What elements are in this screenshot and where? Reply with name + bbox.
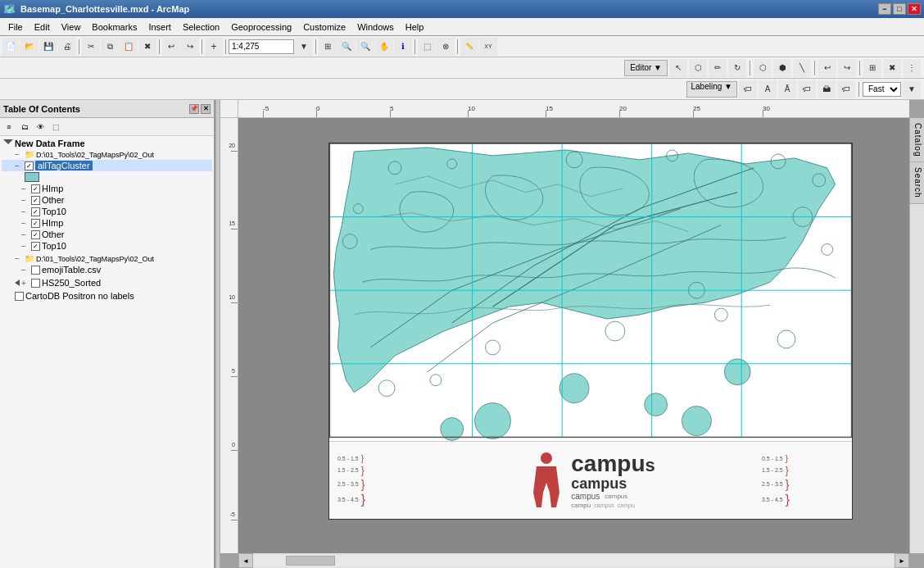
edit-vertices-btn[interactable]: ⬡ xyxy=(689,59,707,77)
paste-btn[interactable]: 📋 xyxy=(120,38,138,56)
scroll-right-btn[interactable]: ► xyxy=(895,553,909,568)
toc-path-layer[interactable]: − 📁 D:\01_Tools\02_TagMapsPy\02_Out xyxy=(2,149,212,160)
scroll-horizontal[interactable]: ◄ ► xyxy=(238,553,909,568)
new-btn[interactable]: 📄 xyxy=(2,38,20,56)
pan-btn[interactable]: ✋ xyxy=(375,38,393,56)
label-icon3[interactable]: Ā xyxy=(778,80,796,98)
toc-close-btn[interactable]: ✕ xyxy=(201,104,211,114)
toc-pin-btn[interactable]: 📌 xyxy=(189,104,199,114)
search-tab[interactable]: Search xyxy=(910,162,924,204)
editor-dropdown-btn[interactable]: Editor ▼ xyxy=(624,60,668,76)
measure-btn[interactable]: 📏 xyxy=(460,38,478,56)
label-icon6[interactable]: 🏷 xyxy=(837,80,855,98)
save-btn[interactable]: 💾 xyxy=(39,38,57,56)
labeling-more-btn[interactable]: ▼ xyxy=(903,80,921,98)
layer-checkbox-top10-2[interactable] xyxy=(31,242,40,251)
minus-icon10[interactable]: − xyxy=(21,266,29,275)
map-area[interactable]: -5 0 5 10 15 20 25 30 20 15 10 5 xyxy=(220,100,924,568)
menu-customize[interactable]: Customize xyxy=(298,20,351,34)
copy-btn[interactable]: ⧉ xyxy=(101,38,119,56)
layer-checkbox-other2[interactable] xyxy=(31,230,40,239)
toc-layer-himp1[interactable]: − HImp xyxy=(2,183,212,194)
select-btn[interactable]: ⬚ xyxy=(418,38,436,56)
maximize-button[interactable]: □ xyxy=(893,3,906,15)
toc-layer-himp2[interactable]: − HImp xyxy=(2,217,212,229)
layer-checkbox-himp2[interactable] xyxy=(31,219,40,228)
label-icon1[interactable]: 🏷 xyxy=(739,80,757,98)
label-icon5[interactable]: 🏔 xyxy=(818,80,836,98)
cut-btn[interactable]: ✂ xyxy=(82,38,100,56)
close-button[interactable]: ✕ xyxy=(908,3,921,15)
identify-btn[interactable]: ℹ xyxy=(394,38,412,56)
scale-dropdown-btn[interactable]: ▼ xyxy=(295,38,313,56)
print-btn[interactable]: 🖨 xyxy=(58,38,76,56)
fix-topology-btn[interactable]: ⬢ xyxy=(773,59,791,77)
map-canvas[interactable]: 0.5 - 1.5 } 1.5 - 2.5 } 2.5 - 3.5 } xyxy=(238,118,909,553)
clear-select-btn[interactable]: ⊗ xyxy=(437,38,455,56)
edit-tool-btn[interactable]: ↖ xyxy=(669,59,687,77)
toc-list-by-drawing-btn[interactable]: ≡ xyxy=(2,120,16,134)
menu-edit[interactable]: Edit xyxy=(29,20,55,34)
delete-btn[interactable]: ✖ xyxy=(138,38,156,56)
catalog-tab[interactable]: Catalog xyxy=(910,118,924,162)
menu-view[interactable]: View xyxy=(57,20,86,34)
label-icon2[interactable]: A xyxy=(759,80,777,98)
layer-checkbox-himp1[interactable] xyxy=(31,184,40,193)
minus-icon7[interactable]: − xyxy=(21,230,29,239)
toc-frame-header[interactable]: New Data Frame xyxy=(2,138,212,149)
minimize-button[interactable]: − xyxy=(878,3,891,15)
layer-checkbox-top10-1[interactable] xyxy=(31,207,40,216)
redo-edit-btn[interactable]: ↪ xyxy=(838,59,856,77)
expand-icon-hs250[interactable] xyxy=(15,279,20,286)
zoom-out-btn[interactable]: 🔍 xyxy=(356,38,374,56)
zoom-full-btn[interactable]: ⊞ xyxy=(319,38,337,56)
sketch-tool-btn[interactable]: ⬡ xyxy=(754,59,772,77)
menu-bookmarks[interactable]: Bookmarks xyxy=(87,20,142,34)
scroll-h-thumb[interactable] xyxy=(286,556,335,566)
scroll-left-btn[interactable]: ◄ xyxy=(238,553,253,568)
straight-segment-btn[interactable]: ╲ xyxy=(793,59,811,77)
toc-layer-other2[interactable]: − Other xyxy=(2,229,212,240)
open-btn[interactable]: 📂 xyxy=(20,38,38,56)
add-data-btn[interactable]: + xyxy=(205,38,223,56)
minus-icon6[interactable]: − xyxy=(21,219,29,228)
toc-list-by-source-btn[interactable]: 🗂 xyxy=(17,120,32,134)
layer-checkbox-hs250[interactable] xyxy=(31,279,40,288)
menu-windows[interactable]: Windows xyxy=(352,20,399,34)
toc-layer-emojitable[interactable]: − emojiTable.csv xyxy=(2,264,212,275)
menu-help[interactable]: Help xyxy=(401,20,429,34)
toc-hs250-layer[interactable]: + HS250_Sorted xyxy=(2,277,212,289)
layer-checkbox-emojitable[interactable] xyxy=(31,266,40,275)
undo-edit-btn[interactable]: ↩ xyxy=(818,59,836,77)
toc-layer-alltagcluster[interactable]: − allTagCluster xyxy=(2,160,212,171)
minus-icon9[interactable]: − xyxy=(15,254,23,263)
toc-cartodb-layer[interactable]: CartoDB Positron no labels xyxy=(2,290,212,302)
delete-vertex-btn[interactable]: ✖ xyxy=(883,59,901,77)
menu-selection[interactable]: Selection xyxy=(178,20,224,34)
zoom-in-btn[interactable]: 🔍 xyxy=(337,38,356,56)
label-icon4[interactable]: 🏷 xyxy=(798,80,816,98)
menu-file[interactable]: File xyxy=(3,20,28,34)
minus-icon5[interactable]: − xyxy=(21,207,29,216)
toc-layer-other1[interactable]: − Other xyxy=(2,194,212,206)
expand-icon[interactable] xyxy=(3,139,13,148)
toc-path2-layer[interactable]: − 📁 D:\01_Tools\02_TagMapsPy\02_Out xyxy=(2,253,212,264)
more-edit-btn[interactable]: ⋮ xyxy=(903,59,921,77)
zoom-edit-btn[interactable]: ⊞ xyxy=(863,59,881,77)
labeling-speed-select[interactable]: Fast Best xyxy=(863,82,901,97)
edit-sketch-btn[interactable]: ✏ xyxy=(709,59,727,77)
labeling-dropdown-btn[interactable]: Labeling ▼ xyxy=(686,81,738,98)
minus-icon2[interactable]: − xyxy=(15,161,23,170)
scroll-h-track[interactable] xyxy=(253,555,895,566)
toc-list-by-visibility-btn[interactable]: 👁 xyxy=(33,120,48,134)
layer-checkbox-other1[interactable] xyxy=(31,196,40,205)
minus-icon8[interactable]: − xyxy=(21,242,29,251)
minus-icon4[interactable]: − xyxy=(21,196,29,205)
rotate-btn[interactable]: ↻ xyxy=(728,59,746,77)
menu-geoprocessing[interactable]: Geoprocessing xyxy=(226,20,297,34)
scale-input[interactable]: 1:4,275 xyxy=(229,39,294,54)
toc-layer-top10-1[interactable]: − Top10 xyxy=(2,206,212,217)
redo-btn[interactable]: ↪ xyxy=(181,38,199,56)
layer-checkbox-alltagcluster[interactable] xyxy=(25,161,34,170)
minus-icon11[interactable]: + xyxy=(21,279,29,288)
